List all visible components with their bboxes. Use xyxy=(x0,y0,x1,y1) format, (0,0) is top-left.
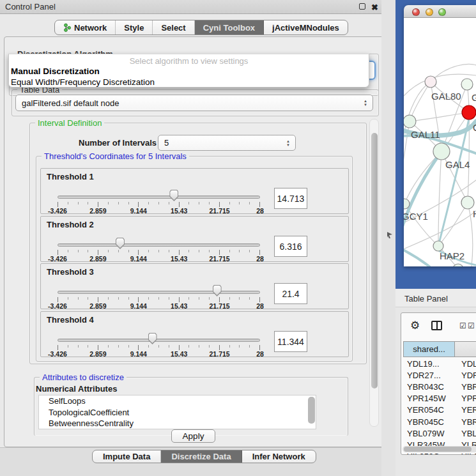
cell-shared-name[interactable]: YBR043C xyxy=(403,382,455,392)
tick-label: 9.144 xyxy=(130,350,147,358)
threshold-slider-track[interactable] xyxy=(58,339,260,342)
close-icon[interactable]: ✖ xyxy=(371,3,378,12)
numerical-attributes-label: Numerical Attributes xyxy=(36,384,117,394)
settings-scrollbar[interactable] xyxy=(369,119,379,427)
cell-shared-name[interactable]: YPR145W xyxy=(403,394,455,403)
slider-ticks xyxy=(58,297,261,302)
combo-arrows-icon: ▲▼ xyxy=(286,139,290,147)
attribute-list-item[interactable]: TopologicalCoefficient xyxy=(39,407,316,418)
tick-label: 15.43 xyxy=(171,302,187,310)
network-edge[interactable] xyxy=(410,112,469,121)
num-intervals-combobox[interactable]: 5 ▲▼ xyxy=(158,135,296,151)
tab-infer-network[interactable]: Infer Network xyxy=(242,450,316,463)
table-row[interactable]: YBL079WYBL0 xyxy=(403,427,476,439)
tab-style[interactable]: Style xyxy=(116,20,153,35)
table-row[interactable]: YDL19...YDL1 xyxy=(403,358,476,369)
checkbox-icon[interactable]: ☑ xyxy=(459,321,466,330)
threshold-slider-thumb[interactable] xyxy=(116,238,125,249)
table-panel-titlebar: Table Panel xyxy=(395,289,476,307)
cell-shared-name[interactable]: YER054C xyxy=(403,405,455,415)
attribute-list-item[interactable]: BetweennessCentrality xyxy=(39,418,316,429)
attribute-list-item[interactable]: SelfLoops xyxy=(39,395,316,407)
cell-name[interactable]: YBL0 xyxy=(455,429,476,438)
threshold-slider-track[interactable] xyxy=(58,243,260,247)
table-row[interactable]: YBR045CYBR0 xyxy=(403,416,476,427)
network-node[interactable] xyxy=(433,241,443,251)
cell-name[interactable]: YDL1 xyxy=(455,359,476,369)
numerical-attributes-list[interactable]: SelfLoopsTopologicalCoefficientBetweenne… xyxy=(38,395,316,429)
cell-name[interactable]: YBR0 xyxy=(455,417,476,427)
threshold-slider-thumb[interactable] xyxy=(169,190,178,201)
dropdown-placeholder: Select algorithm to view settings xyxy=(9,54,369,66)
table-row[interactable]: YBR043CYBR0 xyxy=(403,381,476,392)
column-header-shared-name[interactable]: shared... xyxy=(403,341,455,357)
threshold-slider-thumb[interactable] xyxy=(148,333,157,344)
split-columns-icon[interactable] xyxy=(431,321,442,330)
cell-shared-name[interactable]: YDL19... xyxy=(403,359,455,369)
cell-name[interactable]: YPR1 xyxy=(455,394,476,403)
network-graph: GAL80GACGAL11GAL4GCY1HAHAP2 xyxy=(404,18,476,266)
mac-minimize-button[interactable] xyxy=(426,8,433,16)
gear-icon[interactable]: ⚙ xyxy=(410,319,420,332)
dropdown-options: Manual DiscretizationEqual Width/Frequen… xyxy=(9,66,369,88)
table-data-combobox[interactable]: galFiltered.sif default node ▲▼ xyxy=(15,95,373,111)
apply-button[interactable]: Apply xyxy=(171,429,215,443)
float-window-icon[interactable] xyxy=(359,3,365,10)
cell-shared-name[interactable]: YBR045C xyxy=(403,417,455,427)
threshold-value-field[interactable]: 21.4 xyxy=(274,283,307,304)
cell-name[interactable]: YBR0 xyxy=(455,382,476,392)
checkbox-icon[interactable]: ☑ xyxy=(468,321,475,330)
threshold-slider-thumb[interactable] xyxy=(213,285,222,296)
table-row[interactable]: YPR145WYPR1 xyxy=(403,393,476,404)
mac-zoom-button[interactable] xyxy=(438,8,446,16)
network-edge[interactable] xyxy=(468,203,473,266)
control-panel-title: Control Panel xyxy=(5,2,56,12)
table-row[interactable]: YDR27...YDR2 xyxy=(403,369,476,381)
divider-collapse-arrow-icon[interactable] xyxy=(387,232,393,239)
network-node[interactable] xyxy=(461,79,473,90)
threshold-value-field[interactable]: 6.316 xyxy=(274,236,307,257)
network-node[interactable] xyxy=(433,143,450,160)
threshold-value-field[interactable]: 11.344 xyxy=(274,331,307,352)
threshold-slider-track[interactable] xyxy=(58,196,260,199)
thresholds-group-title: Threshold's Coordinates for 5 Intervals xyxy=(42,151,189,161)
network-node[interactable] xyxy=(462,105,476,119)
network-canvas[interactable]: GAL80GACGAL11GAL4GCY1HAHAP2 xyxy=(404,18,476,266)
table-horizontal-scrollbar[interactable] xyxy=(403,446,476,452)
tab-network[interactable]: Network xyxy=(55,20,116,35)
tick-label: 28 xyxy=(256,302,264,310)
threshold-label: Threshold 1 xyxy=(47,172,94,181)
network-node[interactable] xyxy=(404,115,416,128)
network-node[interactable] xyxy=(461,196,474,209)
network-node[interactable] xyxy=(425,76,436,88)
dropdown-option[interactable]: Manual Discretization xyxy=(9,66,369,77)
threshold-slider-track[interactable] xyxy=(58,291,260,294)
list-scrollbar-thumb[interactable] xyxy=(308,397,315,424)
tab-label: jActiveMNodules xyxy=(272,23,339,33)
tab-impute-data[interactable]: Impute Data xyxy=(93,450,161,463)
cell-name[interactable]: YER0 xyxy=(455,405,476,415)
tab-cyni-toolbox[interactable]: Cyni Toolbox xyxy=(195,20,264,35)
network-icon xyxy=(63,23,71,32)
cell-shared-name[interactable]: YDR27... xyxy=(403,371,455,380)
network-edge[interactable] xyxy=(404,246,429,266)
slider-ticks xyxy=(58,345,261,350)
table-row[interactable]: YER054CYER0 xyxy=(403,404,476,416)
node-label: HA xyxy=(473,208,476,219)
network-edge[interactable] xyxy=(438,203,468,246)
threshold-value-field[interactable]: 14.713 xyxy=(274,188,307,209)
settings-scrollbar-thumb[interactable] xyxy=(371,133,378,388)
cyni-bottom-tabs: Impute DataDiscretize DataInfer Network xyxy=(92,450,316,463)
tab-discretize-data[interactable]: Discretize Data xyxy=(161,450,242,463)
node-label: GCY1 xyxy=(404,211,428,222)
slider-ticks xyxy=(58,250,261,255)
cell-name[interactable]: YDR2 xyxy=(455,371,476,380)
cell-shared-name[interactable]: YBL079W xyxy=(403,429,455,438)
tab-select[interactable]: Select xyxy=(153,20,194,35)
threshold-label: Threshold 3 xyxy=(47,267,94,277)
table-hscrollbar-thumb[interactable] xyxy=(404,447,472,452)
mac-close-button[interactable] xyxy=(412,8,420,16)
dropdown-option[interactable]: Equal Width/Frequency Discretization xyxy=(9,77,369,88)
tab-jactivemnodules[interactable]: jActiveMNodules xyxy=(264,20,348,35)
column-header-name[interactable]: na xyxy=(455,341,476,357)
